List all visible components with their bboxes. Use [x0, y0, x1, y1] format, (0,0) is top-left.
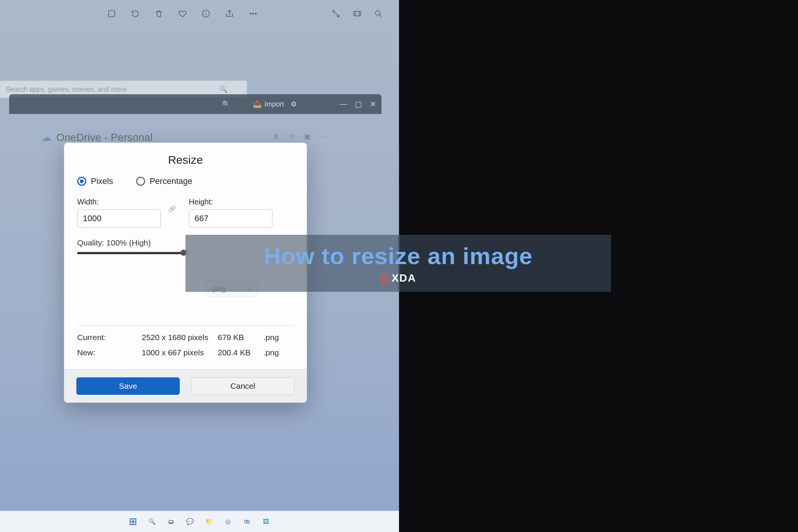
brand-logo: ( ) XDA — [380, 272, 416, 285]
svg-rect-5 — [354, 11, 361, 16]
link-aspect-icon[interactable]: 🔗 — [168, 205, 181, 218]
frame-icon[interactable] — [106, 8, 117, 19]
new-filesize: 200.4 KB — [218, 348, 263, 357]
hero-title: How to resize an image — [264, 242, 533, 269]
height-input[interactable] — [189, 209, 272, 228]
breadcrumb-toolbar: ⇅ ▽ ▦ ⋯ — [274, 133, 327, 140]
share-icon[interactable] — [224, 8, 235, 19]
quality-slider[interactable] — [77, 252, 184, 254]
windows-taskbar: ⊞ 🔍 🗂 💬 📁 ◎ 🛍 🖼 — [0, 511, 399, 532]
current-label: Current: — [77, 333, 142, 342]
svg-point-6 — [375, 11, 380, 15]
heart-icon[interactable] — [177, 8, 188, 19]
settings-icon[interactable]: ⚙ — [291, 100, 297, 108]
task-view-icon[interactable]: 🗂 — [164, 515, 178, 529]
svg-point-2 — [250, 13, 251, 14]
photos-app-titlebar: 🔍 📥Import ⚙ — ▢ ✕ — [9, 94, 382, 114]
grid-icon[interactable]: ▦ — [304, 133, 310, 140]
radio-icon — [136, 177, 145, 186]
chat-icon[interactable]: 💬 — [183, 515, 197, 529]
new-ext: .png — [263, 348, 279, 357]
minimize-icon[interactable]: — — [340, 100, 347, 109]
radio-icon — [77, 177, 86, 186]
search-icon[interactable]: 🔍 — [145, 515, 159, 529]
hero-overlay: How to resize an image ( ) XDA — [185, 235, 611, 292]
explorer-icon[interactable]: 📁 — [202, 515, 216, 529]
dialog-title: Resize — [77, 154, 294, 166]
close-icon[interactable]: ✕ — [370, 100, 376, 109]
bracket-right-icon: ) — [384, 272, 388, 285]
cloud-icon: ☁ — [41, 131, 52, 144]
height-label: Height: — [189, 198, 272, 206]
zoom-icon[interactable] — [373, 8, 384, 19]
more-icon[interactable] — [248, 8, 258, 19]
photos-icon[interactable]: 🖼 — [259, 515, 273, 529]
photos-toolbar — [106, 8, 258, 19]
import-icon: 📥 — [253, 100, 261, 108]
radio-pixels[interactable]: Pixels — [77, 176, 113, 186]
search-icon[interactable]: 🔍 — [222, 100, 230, 108]
save-button[interactable]: Save — [76, 377, 180, 395]
more-icon[interactable]: ⋯ — [321, 133, 327, 140]
svg-rect-0 — [109, 11, 115, 17]
width-input[interactable] — [77, 209, 161, 228]
fullscreen-icon[interactable] — [331, 8, 341, 19]
current-filesize: 679 KB — [218, 333, 263, 342]
import-button[interactable]: 📥Import — [253, 100, 284, 108]
search-placeholder: Search apps, games, movies, and more — [6, 86, 127, 93]
radio-pixels-label: Pixels — [91, 176, 113, 186]
new-dims: 1000 x 667 pixels — [142, 348, 218, 357]
filter-icon[interactable]: ▽ — [289, 133, 294, 140]
maximize-icon[interactable]: ▢ — [355, 100, 362, 109]
start-icon[interactable]: ⊞ — [126, 515, 140, 529]
trash-icon[interactable] — [154, 8, 164, 19]
current-dims: 2520 x 1680 pixels — [142, 333, 218, 342]
save-label: Save — [119, 382, 137, 391]
width-label: Width: — [77, 198, 161, 206]
radio-percentage-label: Percentage — [150, 176, 193, 186]
svg-point-3 — [253, 13, 254, 14]
svg-point-4 — [255, 13, 256, 14]
edge-icon[interactable]: ◎ — [221, 515, 235, 529]
store-icon[interactable]: 🛍 — [240, 515, 254, 529]
filmstrip-icon[interactable] — [352, 8, 363, 19]
size-metadata: Current: 2520 x 1680 pixels 679 KB .png … — [77, 333, 294, 363]
radio-percentage[interactable]: Percentage — [136, 176, 193, 186]
sort-icon[interactable]: ⇅ — [274, 133, 279, 140]
divider — [77, 325, 294, 326]
breadcrumb[interactable]: ☁ OneDrive - Personal — [41, 131, 153, 144]
rotate-icon[interactable] — [130, 8, 141, 19]
import-label: Import — [264, 100, 284, 108]
current-ext: .png — [263, 333, 279, 342]
new-label: New: — [77, 348, 142, 357]
brand-text: XDA — [391, 272, 416, 284]
cancel-button[interactable]: Cancel — [191, 377, 294, 395]
search-icon: 🔍 — [219, 85, 228, 93]
breadcrumb-text: OneDrive - Personal — [56, 131, 153, 144]
cancel-label: Cancel — [230, 382, 255, 391]
photos-toolbar-right — [331, 8, 384, 19]
info-icon[interactable] — [201, 8, 211, 19]
